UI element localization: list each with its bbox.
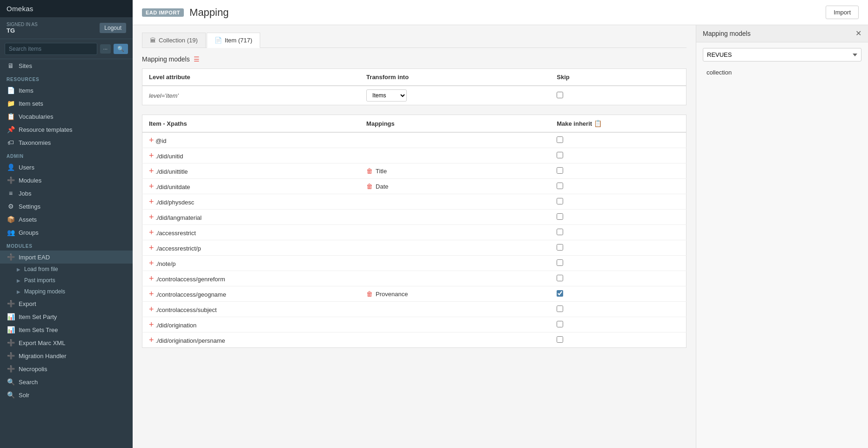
sidebar-item-groups[interactable]: 👥 Groups	[0, 226, 133, 239]
sidebar-item-modules[interactable]: ➕ Modules	[0, 174, 133, 187]
inherit-checkbox[interactable]	[557, 321, 563, 327]
tab-item[interactable]: 📄 Item (717)	[207, 33, 260, 48]
logout-button[interactable]: Logout	[100, 23, 126, 33]
sites-icon: 🖥	[7, 62, 15, 69]
add-mapping-button[interactable]: +	[149, 243, 154, 252]
arrow-icon: ▶	[17, 278, 20, 283]
sidebar-item-necropolis[interactable]: ➕ Necropolis	[0, 362, 133, 375]
right-panel-title: Mapping models	[703, 30, 751, 37]
inherit-checkbox[interactable]	[557, 244, 563, 251]
sidebar-item-label: Resource templates	[19, 126, 73, 133]
page-header-left: EAD IMPORT Mapping	[142, 7, 229, 19]
sidebar-item-label: Groups	[19, 229, 39, 236]
hamburger-icon[interactable]: ☰	[194, 55, 200, 63]
add-mapping-button[interactable]: +	[149, 136, 154, 145]
skip-checkbox[interactable]	[557, 92, 563, 98]
sidebar-item-resource-templates[interactable]: 📌 Resource templates	[0, 123, 133, 136]
panel-model-select[interactable]: REVUES	[703, 48, 861, 61]
xpath-header: Item - Xpaths	[142, 115, 360, 133]
delete-mapping-button[interactable]: 🗑	[366, 183, 373, 190]
sidebar-item-jobs[interactable]: ≡ Jobs	[0, 187, 133, 200]
page-header: EAD IMPORT Mapping Import	[133, 0, 868, 25]
mappings-cell	[360, 302, 550, 317]
sidebar-item-assets[interactable]: 📦 Assets	[0, 213, 133, 226]
import-button[interactable]: Import	[826, 6, 859, 19]
sidebar-subitem-mapping-models[interactable]: ▶ Mapping models	[0, 286, 133, 297]
delete-mapping-button[interactable]: 🗑	[366, 167, 373, 175]
add-mapping-button[interactable]: +	[149, 320, 154, 329]
inherit-checkbox[interactable]	[557, 213, 563, 220]
sidebar-item-taxonomies[interactable]: 🏷 Taxonomies	[0, 136, 133, 149]
search-options-button[interactable]: ···	[100, 44, 111, 54]
add-mapping-button[interactable]: +	[149, 335, 154, 345]
search-input[interactable]	[5, 43, 97, 55]
close-panel-button[interactable]: ✕	[855, 30, 861, 37]
subitem-label: Load from file	[24, 266, 58, 272]
inherit-checkbox[interactable]	[557, 136, 563, 143]
sidebar-item-sites[interactable]: 🖥 Sites	[0, 59, 133, 72]
admin-section-label: ADMIN	[0, 149, 133, 161]
add-mapping-button[interactable]: +	[149, 182, 154, 191]
xpath-cell: + ./controlaccess/geogname	[142, 286, 360, 302]
add-mapping-button[interactable]: +	[149, 228, 154, 237]
export-icon: ➕	[7, 300, 15, 307]
inherit-cell	[550, 179, 686, 194]
mappings-cell: 🗑Date	[360, 179, 550, 194]
add-mapping-button[interactable]: +	[149, 151, 154, 160]
inherit-checkbox[interactable]	[557, 183, 563, 189]
add-mapping-button[interactable]: +	[149, 212, 154, 222]
xpath-cell: + ./note/p	[142, 256, 360, 271]
sidebar-item-item-set-party[interactable]: 📊 Item Set Party	[0, 310, 133, 323]
sidebar-item-search[interactable]: 🔍 Search	[0, 375, 133, 388]
table-row: + ./did/physdesc	[142, 194, 686, 210]
inherit-checkbox[interactable]	[557, 167, 563, 174]
inherit-cell	[550, 317, 686, 333]
add-mapping-button[interactable]: +	[149, 166, 154, 176]
add-mapping-button[interactable]: +	[149, 305, 154, 314]
sidebar-item-item-sets-tree[interactable]: 📊 Item Sets Tree	[0, 323, 133, 336]
inherit-checkbox[interactable]	[557, 290, 563, 297]
necropolis-icon: ➕	[7, 365, 15, 373]
sidebar-subitem-past-imports[interactable]: ▶ Past imports	[0, 275, 133, 286]
sidebar-item-export[interactable]: ➕ Export	[0, 297, 133, 310]
inherit-cell	[550, 132, 686, 148]
inherit-checkbox[interactable]	[557, 229, 563, 235]
sidebar-item-item-sets[interactable]: 📁 Item sets	[0, 97, 133, 110]
tab-collection[interactable]: 🏛 Collection (19)	[142, 33, 206, 48]
right-panel-header: Mapping models ✕	[696, 25, 868, 42]
add-mapping-button[interactable]: +	[149, 258, 154, 268]
search-submit-button[interactable]: 🔍	[114, 44, 128, 54]
add-mapping-button[interactable]: +	[149, 274, 154, 283]
sidebar-item-solr[interactable]: 🔍 Solr	[0, 388, 133, 401]
inherit-checkbox[interactable]	[557, 305, 563, 312]
sidebar-subitem-load-from-file[interactable]: ▶ Load from file	[0, 264, 133, 275]
sidebar-item-import-ead[interactable]: ➕ Import EAD	[0, 251, 133, 264]
add-mapping-button[interactable]: +	[149, 289, 154, 299]
sidebar-item-users[interactable]: 👤 Users	[0, 161, 133, 174]
inherit-checkbox[interactable]	[557, 336, 563, 343]
resources-section-label: RESOURCES	[0, 72, 133, 84]
item-sets-icon: 📁	[7, 100, 15, 107]
inherit-checkbox[interactable]	[557, 198, 563, 204]
panel-collection-item[interactable]: collection	[703, 66, 861, 79]
sidebar-item-vocabularies[interactable]: 📋 Vocabularies	[0, 110, 133, 123]
content-area: 🏛 Collection (19) 📄 Item (717) Mapping m…	[133, 25, 868, 448]
table-row: + ./did/origination	[142, 317, 686, 333]
inherit-checkbox[interactable]	[557, 275, 563, 281]
sidebar-item-export-marc-xml[interactable]: ➕ Export Marc XML	[0, 336, 133, 349]
add-mapping-button[interactable]: +	[149, 197, 154, 206]
users-icon: 👤	[7, 163, 15, 171]
items-icon: 📄	[7, 87, 15, 94]
sidebar-item-settings[interactable]: ⚙ Settings	[0, 200, 133, 213]
inherit-checkbox[interactable]	[557, 259, 563, 266]
delete-mapping-button[interactable]: 🗑	[366, 290, 373, 298]
main-content: 🏛 Collection (19) 📄 Item (717) Mapping m…	[133, 25, 696, 448]
sidebar-item-migration-handler[interactable]: ➕ Migration Handler	[0, 349, 133, 362]
transform-into-select[interactable]: Items Item sets Media	[366, 89, 407, 102]
sidebar-item-items[interactable]: 📄 Items	[0, 84, 133, 97]
inherit-checkbox[interactable]	[557, 152, 563, 158]
inherit-cell	[550, 194, 686, 210]
inherit-cell	[550, 240, 686, 256]
table-row: + ./did/langmaterial	[142, 210, 686, 225]
item-set-party-icon: 📊	[7, 313, 15, 320]
